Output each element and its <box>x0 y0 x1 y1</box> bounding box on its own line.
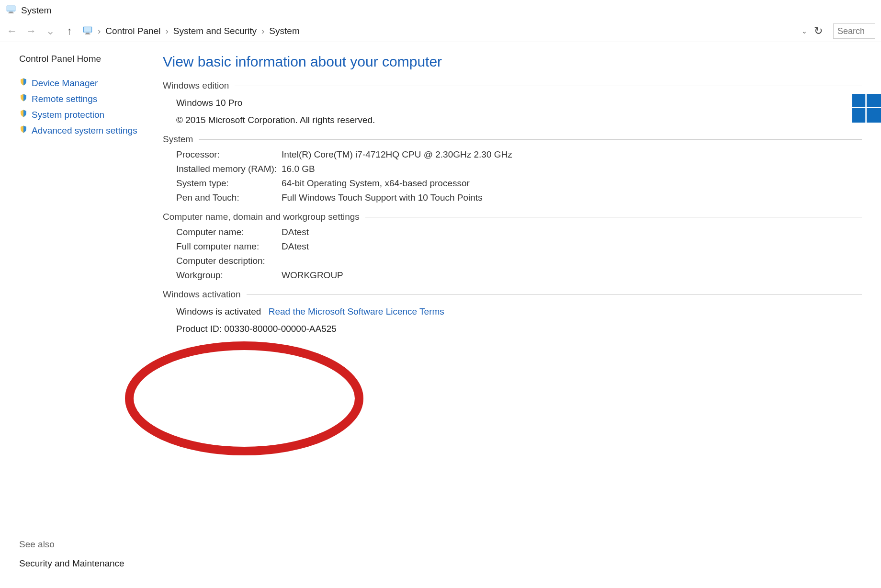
svg-rect-10 <box>852 108 865 123</box>
copyright-text: © 2015 Microsoft Corporation. All rights… <box>176 115 862 125</box>
control-panel-home-link[interactable]: Control Panel Home <box>19 54 163 64</box>
forward-button[interactable]: → <box>25 25 37 37</box>
shield-icon <box>19 78 28 89</box>
row-pen-touch: Pen and Touch:Full Windows Touch Support… <box>176 192 862 203</box>
refresh-button[interactable]: ↻ <box>814 25 823 37</box>
value: Full Windows Touch Support with 10 Touch… <box>282 192 483 203</box>
svg-rect-5 <box>84 27 92 32</box>
sidebar-link-label: Device Manager <box>32 78 98 89</box>
breadcrumb-control-panel[interactable]: Control Panel <box>105 26 160 36</box>
sidebar-link-remote-settings[interactable]: Remote settings <box>19 93 163 104</box>
sidebar: Control Panel Home Device Manager Remote… <box>0 54 163 334</box>
section-title: Computer name, domain and workgroup sett… <box>163 212 360 222</box>
page-heading: View basic information about your comput… <box>163 54 862 70</box>
windows-logo-icon <box>852 94 881 125</box>
shield-icon <box>19 125 28 136</box>
sidebar-link-advanced-system-settings[interactable]: Advanced system settings <box>19 125 163 136</box>
svg-rect-6 <box>86 33 89 34</box>
row-full-computer-name: Full computer name:DAtest <box>176 241 862 252</box>
label: Computer name: <box>176 227 282 237</box>
svg-rect-8 <box>852 94 865 107</box>
svg-rect-3 <box>9 12 14 13</box>
value: DAtest <box>282 241 309 252</box>
label: Pen and Touch: <box>176 192 282 203</box>
activation-status-row: Windows is activated Read the Microsoft … <box>176 306 862 317</box>
svg-rect-2 <box>9 12 12 13</box>
row-ram: Installed memory (RAM):16.0 GB <box>176 164 862 174</box>
label: System type: <box>176 178 282 189</box>
see-also-link-security-and-maintenance[interactable]: Security and Maintenance <box>19 558 124 569</box>
svg-rect-7 <box>85 34 90 34</box>
label: Full computer name: <box>176 241 282 252</box>
up-button[interactable]: ↑ <box>63 25 76 37</box>
section-title: System <box>163 134 193 145</box>
back-button[interactable]: ← <box>6 25 18 37</box>
see-also: See also Security and Maintenance <box>19 539 124 569</box>
svg-point-12 <box>129 346 359 451</box>
licence-terms-link[interactable]: Read the Microsoft Software Licence Term… <box>269 306 444 317</box>
search-input[interactable] <box>833 23 875 39</box>
annotation-circle <box>120 336 369 463</box>
sidebar-link-label: Advanced system settings <box>32 125 137 136</box>
row-workgroup: Workgroup:WORKGROUP <box>176 270 862 281</box>
row-processor: Processor:Intel(R) Core(TM) i7-4712HQ CP… <box>176 149 862 160</box>
recent-dropdown[interactable]: ⌄ <box>44 25 56 37</box>
sidebar-link-label: System protection <box>32 110 104 120</box>
product-id: Product ID: 00330-80000-00000-AA525 <box>176 324 862 334</box>
content: View basic information about your comput… <box>163 54 881 334</box>
section-computer-name: Computer name, domain and workgroup sett… <box>163 212 862 222</box>
label: Computer description: <box>176 256 282 266</box>
sidebar-link-system-protection[interactable]: System protection <box>19 109 163 120</box>
label: Processor: <box>176 149 282 160</box>
edition-name: Windows 10 Pro <box>176 98 862 108</box>
svg-rect-11 <box>867 108 881 123</box>
sidebar-link-label: Remote settings <box>32 94 97 104</box>
label: Workgroup: <box>176 270 282 281</box>
section-title: Windows activation <box>163 289 241 300</box>
titlebar: System <box>0 0 881 21</box>
row-computer-name: Computer name:DAtest <box>176 227 862 237</box>
value: DAtest <box>282 227 309 237</box>
system-icon <box>6 4 16 17</box>
row-computer-description: Computer description: <box>176 256 862 266</box>
section-system: System <box>163 134 862 145</box>
chevron-right-icon: › <box>261 26 264 36</box>
main-area: Control Panel Home Device Manager Remote… <box>0 42 881 334</box>
svg-rect-9 <box>867 94 881 107</box>
nav-bar: ← → ⌄ ↑ › Control Panel › System and Sec… <box>0 21 881 42</box>
value: Intel(R) Core(TM) i7-4712HQ CPU @ 2.30GH… <box>282 149 512 160</box>
section-title: Windows edition <box>163 80 229 91</box>
address-bar[interactable]: › Control Panel › System and Security › … <box>82 25 807 38</box>
shield-icon <box>19 93 28 104</box>
sidebar-link-device-manager[interactable]: Device Manager <box>19 78 163 89</box>
section-windows-activation: Windows activation <box>163 289 862 300</box>
breadcrumb-system-and-security[interactable]: System and Security <box>173 26 257 36</box>
value: WORKGROUP <box>282 270 343 281</box>
chevron-right-icon: › <box>165 26 168 36</box>
see-also-heading: See also <box>19 539 124 550</box>
activation-status: Windows is activated <box>176 306 261 317</box>
value: 16.0 GB <box>282 164 315 174</box>
breadcrumb-system[interactable]: System <box>269 26 299 36</box>
chevron-right-icon: › <box>98 26 101 36</box>
row-system-type: System type:64-bit Operating System, x64… <box>176 178 862 189</box>
shield-icon <box>19 109 28 120</box>
value: 64-bit Operating System, x64-based proce… <box>282 178 470 189</box>
label: Installed memory (RAM): <box>176 164 282 174</box>
system-icon <box>82 25 93 38</box>
section-windows-edition: Windows edition <box>163 80 862 91</box>
address-dropdown[interactable]: ⌄ <box>802 27 807 35</box>
window-title: System <box>21 5 51 16</box>
svg-rect-1 <box>7 6 15 11</box>
